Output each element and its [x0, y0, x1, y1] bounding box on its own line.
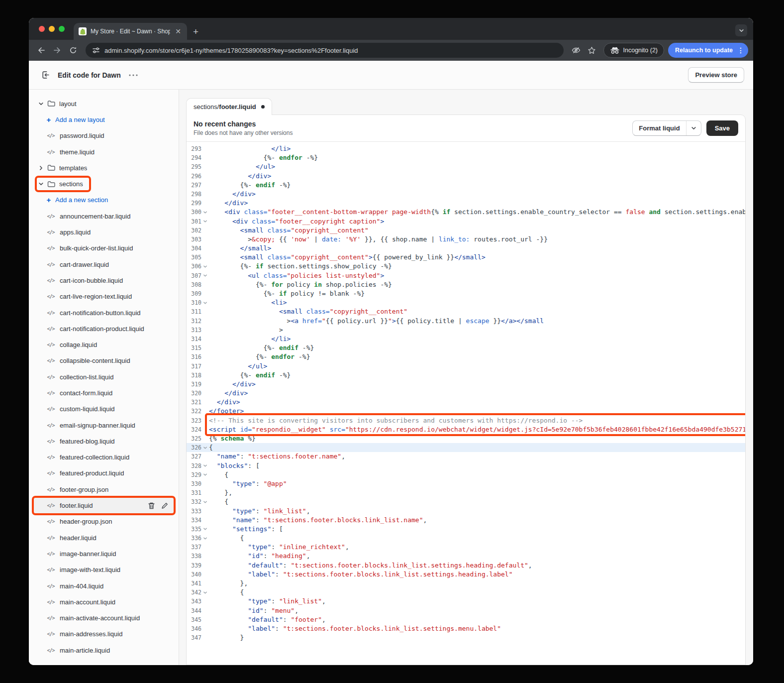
code-line-324[interactable]: 324<script id="respondio__widget" src="h…	[187, 425, 745, 434]
fold-icon[interactable]	[203, 301, 207, 305]
code-line-339[interactable]: 339 "default": "t:sections.footer.blocks…	[187, 561, 745, 570]
fold-icon[interactable]	[203, 463, 207, 468]
code-line-345[interactable]: 345 "default": "footer",	[187, 615, 745, 624]
code-line-315[interactable]: 315 {%- endif -%}	[187, 343, 745, 352]
code-line-302[interactable]: 302 <small class="copyright__content"	[187, 226, 745, 235]
code-line-326[interactable]: 326{	[187, 443, 745, 452]
code-line-318[interactable]: 318 {%- endif -%}	[187, 371, 745, 380]
code-line-338[interactable]: 338 "id": "heading",	[187, 552, 745, 561]
rename-file-icon[interactable]	[161, 502, 169, 509]
code-line-347[interactable]: 347 }	[187, 633, 745, 642]
code-line-342[interactable]: 342 {	[187, 588, 745, 597]
code-line-295[interactable]: 295 </ul>	[187, 162, 745, 171]
code-line-331[interactable]: 331 },	[187, 488, 745, 497]
file-password-liquid[interactable]: </>password.liquid	[33, 128, 175, 144]
code-line-329[interactable]: 329 {	[187, 470, 745, 479]
file-collage-liquid[interactable]: </>collage.liquid	[33, 337, 175, 352]
file-featured-product-liquid[interactable]: </>featured-product.liquid	[33, 465, 175, 481]
file-cart-notification-button-liquid[interactable]: </>cart-notification-button.liquid	[33, 305, 175, 321]
folder-sections[interactable]: sections	[33, 176, 175, 192]
fold-icon[interactable]	[203, 264, 207, 269]
file-collapsible-content-liquid[interactable]: </>collapsible-content.liquid	[33, 353, 175, 369]
file-featured-collection-liquid[interactable]: </>featured-collection.liquid	[33, 450, 175, 465]
file-collection-list-liquid[interactable]: </>collection-list.liquid	[33, 369, 175, 385]
code-line-340[interactable]: 340 "label": "t:sections.footer.blocks.l…	[187, 570, 745, 579]
relaunch-button[interactable]: Relaunch to update ⋮	[668, 43, 748, 58]
zoom-window-button[interactable]	[59, 26, 65, 32]
code-line-325[interactable]: 325{% schema %}	[187, 434, 745, 443]
folder-templates[interactable]: templates	[33, 160, 175, 176]
editor-tab[interactable]: sections/footer.liquid	[186, 98, 272, 115]
code-line-343[interactable]: 343 "type": "link_list",	[187, 597, 745, 606]
code-line-327[interactable]: 327 "name": "t:sections.footer.name",	[187, 452, 745, 461]
file-apps-liquid[interactable]: </>apps.liquid	[33, 224, 175, 240]
code-line-304[interactable]: 304 </small>	[187, 244, 745, 253]
code-line-321[interactable]: 321 </div>	[187, 398, 745, 407]
file-cart-notification-product-liquid[interactable]: </>cart-notification-product.liquid	[33, 321, 175, 337]
code-line-320[interactable]: 320 </div>	[187, 389, 745, 398]
fold-icon[interactable]	[203, 472, 207, 477]
file-cart-drawer-liquid[interactable]: </>cart-drawer.liquid	[33, 256, 175, 272]
file-footer-group-json[interactable]: </>footer-group.json	[33, 481, 175, 497]
file-custom-liquid-liquid[interactable]: </>custom-liquid.liquid	[33, 401, 175, 417]
incognito-badge[interactable]: Incognito (2)	[603, 43, 664, 58]
code-line-293[interactable]: 293 </li>	[187, 144, 745, 153]
code-line-330[interactable]: 330 "type": "@app"	[187, 479, 745, 488]
code-line-294[interactable]: 294 {%- endfor -%}	[187, 153, 745, 162]
file-main-addresses-liquid[interactable]: </>main-addresses.liquid	[33, 626, 175, 642]
file-theme-liquid[interactable]: </>theme.liquid	[33, 144, 175, 160]
code-line-346[interactable]: 346 "label": "t:sections.footer.blocks.l…	[187, 624, 745, 633]
code-line-333[interactable]: 333 "type": "link_list",	[187, 507, 745, 516]
code-line-332[interactable]: 332 {	[187, 497, 745, 506]
code-line-316[interactable]: 316 {%- endfor -%}	[187, 352, 745, 361]
code-line-311[interactable]: 311 <small class="copyright__content"	[187, 307, 745, 316]
format-liquid-button[interactable]: Format liquid	[632, 120, 701, 136]
back-button[interactable]	[34, 43, 49, 58]
address-bar[interactable]: admin.shopify.com/store/cr6je1-ny/themes…	[86, 43, 564, 58]
fold-icon[interactable]	[203, 446, 207, 450]
folder-layout[interactable]: layout	[33, 96, 175, 112]
code-line-296[interactable]: 296 </div>	[187, 172, 745, 181]
exit-button[interactable]	[38, 68, 53, 83]
close-window-button[interactable]	[39, 26, 45, 32]
code-line-313[interactable]: 313 >	[187, 326, 745, 335]
save-button[interactable]: Save	[706, 120, 738, 136]
preview-store-button[interactable]: Preview store	[688, 67, 744, 83]
code-line-307[interactable]: 307 <ul class="policies list-unstyled">	[187, 271, 745, 280]
file-main-account-liquid[interactable]: </>main-account.liquid	[33, 594, 175, 610]
code-line-305[interactable]: 305 <small class="copyright__content">{{…	[187, 253, 745, 262]
file-bulk-quick-order-list-liquid[interactable]: </>bulk-quick-order-list.liquid	[33, 240, 175, 256]
file-email-signup-banner-liquid[interactable]: </>email-signup-banner.liquid	[33, 417, 175, 433]
bookmark-button[interactable]	[585, 43, 599, 58]
file-contact-form-liquid[interactable]: </>contact-form.liquid	[33, 385, 175, 401]
delete-file-icon[interactable]	[148, 502, 155, 510]
fold-icon[interactable]	[203, 210, 207, 215]
file-main-article-liquid[interactable]: </>main-article.liquid	[33, 642, 175, 658]
code-line-312[interactable]: 312 ><a href="{{ policy.url }}">{{ polic…	[187, 317, 745, 326]
forward-button[interactable]	[50, 43, 65, 58]
code-line-298[interactable]: 298 </div>	[187, 190, 745, 199]
format-options-button[interactable]	[686, 121, 701, 135]
code-line-301[interactable]: 301 <div class="footer__copyright captio…	[187, 217, 745, 226]
code-line-337[interactable]: 337 "type": "inline_richtext",	[187, 543, 745, 552]
code-line-317[interactable]: 317 </ul>	[187, 362, 745, 371]
code-line-314[interactable]: 314 </li>	[187, 335, 745, 343]
file-footer-liquid[interactable]: </>footer.liquid	[33, 497, 175, 513]
file-cart-live-region-text-liquid[interactable]: </>cart-live-region-text.liquid	[33, 289, 175, 305]
code-line-309[interactable]: 309 {%- if policy != blank -%}	[187, 289, 745, 298]
minimize-window-button[interactable]	[49, 26, 55, 32]
code-line-319[interactable]: 319 </div>	[187, 380, 745, 389]
code-line-341[interactable]: 341 },	[187, 579, 745, 588]
more-actions-button[interactable]	[126, 68, 141, 83]
code-line-334[interactable]: 334 "name": "t:sections.footer.blocks.li…	[187, 516, 745, 525]
fold-icon[interactable]	[203, 590, 207, 595]
file-image-banner-liquid[interactable]: </>image-banner.liquid	[33, 546, 175, 562]
code-line-299[interactable]: 299 </div>	[187, 199, 745, 208]
new-tab-button[interactable]: +	[193, 27, 198, 36]
file-main-activate-account-liquid[interactable]: </>main-activate-account.liquid	[33, 610, 175, 626]
add-a-new-section-link[interactable]: +Add a new section	[33, 192, 175, 208]
password-eye-button[interactable]	[569, 43, 584, 58]
fold-icon[interactable]	[203, 527, 207, 531]
file-main-404-liquid[interactable]: </>main-404.liquid	[33, 578, 175, 594]
fold-icon[interactable]	[203, 273, 207, 278]
